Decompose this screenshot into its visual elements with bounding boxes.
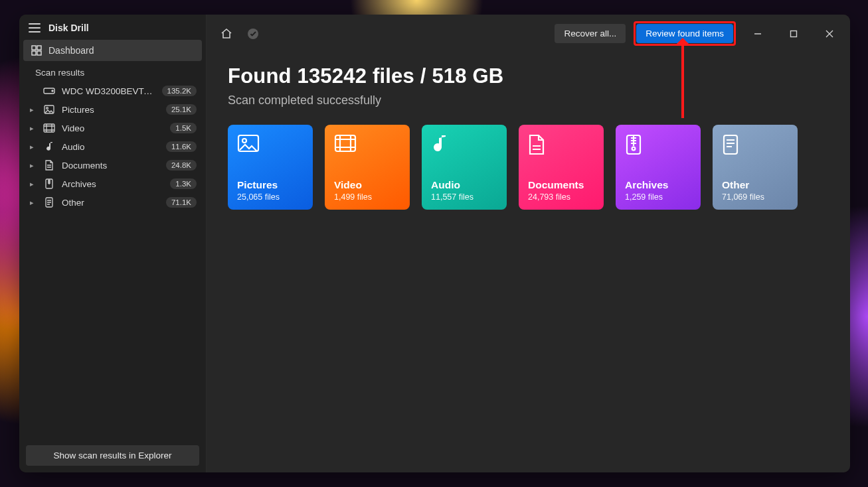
card-documents[interactable]: Documents 24,793 files [519,125,604,210]
sidebar-item-documents[interactable]: ▸ Documents 24.8K [23,156,202,174]
card-count: 24,793 files [528,192,594,202]
svg-rect-8 [44,124,54,132]
count-badge: 11.6K [166,141,197,152]
window-close-button[interactable] [816,24,843,44]
dashboard-icon [31,45,42,56]
sidebar-item-label: Pictures [62,105,159,115]
category-cards: Pictures 25,065 files Video 1,499 files … [207,119,850,215]
count-badge: 1.5K [170,123,197,133]
sidebar-item-other[interactable]: ▸ Other 71.1K [23,193,202,212]
sidebar-item-label: Archives [62,179,163,189]
found-headline: Found 135242 files / 518 GB [228,64,829,88]
card-title: Pictures [237,179,304,191]
card-title: Other [722,179,788,191]
svg-rect-2 [32,51,36,55]
other-icon [722,134,788,161]
verified-icon [244,25,262,43]
document-icon [43,160,55,171]
sidebar-device-row[interactable]: ▸ WDC WD3200BEVT-2... 135.2K [23,82,202,100]
count-badge: 1.3K [170,178,197,189]
svg-point-7 [46,107,48,109]
sidebar-section-label: Scan results [19,61,206,82]
topbar: Recover all... Review found items [207,15,850,52]
document-icon [528,134,594,161]
sidebar-tree: ▸ WDC WD3200BEVT-2... 135.2K ▸ Pictures [19,82,206,439]
drive-icon [43,86,55,96]
chevron-right-icon: ▸ [30,180,37,188]
svg-point-14 [242,139,246,143]
sidebar-item-video[interactable]: ▸ Video 1.5K [23,119,202,137]
chevron-right-icon: ▸ [30,161,37,170]
count-badge: 24.8K [166,160,197,171]
sidebar-item-archives[interactable]: ▸ Archives 1.3K [23,174,202,193]
card-video[interactable]: Video 1,499 files [325,125,410,210]
archive-icon [43,178,55,189]
summary-headline: Found 135242 files / 518 GB [207,52,850,92]
card-count: 11,557 files [431,192,497,202]
review-found-items-button[interactable]: Review found items [636,24,733,43]
card-audio[interactable]: Audio 11,557 files [422,125,507,210]
sidebar-item-pictures[interactable]: ▸ Pictures 25.1K [23,100,202,119]
picture-icon [43,105,55,114]
sidebar-footer: Show scan results in Explorer [19,439,206,472]
audio-icon [43,141,55,152]
sidebar-item-dashboard[interactable]: Dashboard [23,40,202,61]
svg-rect-0 [32,46,36,50]
home-button[interactable] [217,25,236,43]
device-count-badge: 135.2K [162,86,197,96]
recover-all-button[interactable]: Recover all... [555,24,626,43]
picture-icon [237,134,304,161]
card-other[interactable]: Other 71,069 files [713,125,798,210]
sidebar-header: Disk Drill [19,15,206,40]
chevron-right-icon: ▸ [30,105,37,114]
count-badge: 25.1K [166,104,197,115]
card-count: 1,259 files [625,192,691,202]
svg-rect-15 [335,135,355,151]
count-badge: 71.1K [166,197,197,208]
chevron-right-icon: ▸ [30,198,37,207]
sidebar-item-label: Other [62,198,159,208]
sidebar-item-audio[interactable]: ▸ Audio 11.6K [23,137,202,156]
card-archives[interactable]: Archives 1,259 files [616,125,701,210]
video-icon [334,134,400,161]
menu-icon[interactable] [29,23,41,33]
show-in-explorer-button[interactable]: Show scan results in Explorer [26,445,199,466]
summary-subline: Scan completed successfully [207,92,850,119]
svg-point-17 [632,147,636,151]
other-icon [43,197,55,208]
app-title: Disk Drill [48,23,89,33]
sidebar-item-label: Documents [62,161,159,171]
card-count: 71,069 files [722,192,788,202]
svg-point-5 [52,90,53,92]
card-title: Archives [625,179,691,191]
card-count: 25,065 files [237,192,304,202]
svg-rect-12 [791,31,797,36]
annotation-highlight: Review found items [634,21,736,46]
app-window: Disk Drill Dashboard Scan results ▸ W [19,15,850,472]
card-title: Audio [431,179,497,191]
svg-rect-1 [37,46,41,50]
chevron-right-icon: ▸ [30,124,37,133]
window-maximize-button[interactable] [780,24,808,44]
card-title: Video [334,179,400,191]
svg-rect-18 [724,135,737,154]
sidebar-item-label: Audio [62,142,159,152]
device-label: WDC WD3200BEVT-2... [62,86,155,96]
svg-rect-3 [37,51,41,55]
window-minimize-button[interactable] [744,24,772,44]
card-count: 1,499 files [334,192,400,202]
archive-icon [625,134,691,161]
chevron-right-icon: ▸ [30,143,37,151]
card-pictures[interactable]: Pictures 25,065 files [228,125,313,210]
card-title: Documents [528,179,594,191]
sidebar-item-label: Video [62,123,163,133]
video-icon [43,123,55,133]
sidebar-item-label: Dashboard [48,45,94,56]
content-area: Recover all... Review found items Found … [207,15,850,472]
audio-icon [431,134,497,161]
sidebar: Disk Drill Dashboard Scan results ▸ W [19,15,207,472]
